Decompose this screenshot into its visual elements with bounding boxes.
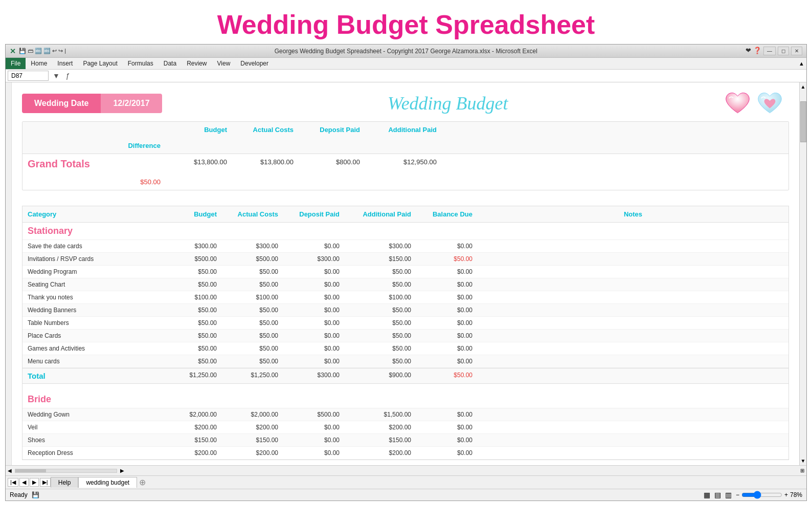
- item-additional: $50.00: [345, 317, 416, 329]
- tab-help[interactable]: Help: [51, 477, 79, 488]
- excel-window: ✕ 💾 🗃 🔤 🔤 ↩ ↪ | Georges Wedding Budget S…: [5, 44, 807, 501]
- item-additional: $50.00: [345, 278, 416, 291]
- status-left: Ready 💾: [10, 491, 39, 498]
- scroll-left-icon[interactable]: ◀: [6, 467, 14, 474]
- menu-view[interactable]: View: [212, 58, 236, 69]
- item-actual: $50.00: [222, 266, 283, 278]
- item-additional: $50.00: [345, 266, 416, 278]
- add-sheet-icon[interactable]: ⊕: [139, 477, 146, 487]
- item-budget: $50.00: [166, 342, 222, 355]
- item-actual: $50.00: [222, 304, 283, 316]
- item-additional: $300.00: [345, 240, 416, 252]
- scrollbar-thumb[interactable]: [800, 101, 806, 142]
- menu-file[interactable]: File: [6, 58, 26, 69]
- gt-header-budget: Budget: [166, 122, 232, 138]
- menu-review[interactable]: Review: [182, 58, 212, 69]
- item-balance: $0.00: [416, 434, 478, 446]
- function-icon[interactable]: ƒ: [64, 72, 72, 80]
- scroll-down-icon[interactable]: ▼: [799, 456, 807, 465]
- header-budget: Budget: [166, 206, 222, 222]
- item-notes: [478, 317, 788, 329]
- bride-section-header: Bride: [22, 391, 788, 408]
- stationary-total-actual: $1,250.00: [222, 368, 283, 383]
- table-row: Invitations / RSVP cards $500.00 $500.00…: [22, 253, 788, 266]
- menu-data[interactable]: Data: [159, 58, 182, 69]
- item-deposit: $0.00: [283, 291, 345, 303]
- zoom-fit-icon[interactable]: ⊞: [798, 467, 806, 474]
- title-bar-left: ✕ 💾 🗃 🔤 🔤 ↩ ↪ |: [10, 47, 66, 55]
- close-button[interactable]: ✕: [791, 47, 802, 55]
- table-row: Wedding Banners $50.00 $50.00 $0.00 $50.…: [22, 304, 788, 317]
- header-deposit-paid: Deposit Paid: [283, 206, 345, 222]
- item-deposit: $0.00: [283, 304, 345, 316]
- item-deposit: $300.00: [283, 253, 345, 265]
- restore-button[interactable]: ◻: [778, 47, 789, 55]
- tab-wedding-budget[interactable]: wedding budget: [78, 477, 137, 488]
- item-balance: $0.00: [416, 421, 478, 433]
- item-name: Seating Chart: [22, 278, 166, 291]
- tab-first-button[interactable]: |◀: [8, 478, 18, 487]
- table-row: Reception Dress $200.00 $200.00 $0.00 $2…: [22, 447, 788, 460]
- formula-input[interactable]: [74, 71, 804, 80]
- menu-insert[interactable]: Insert: [52, 58, 78, 69]
- table-row: Wedding Gown $2,000.00 $2,000.00 $500.00…: [22, 408, 788, 421]
- heart-icon-1: [724, 91, 752, 116]
- menu-page-layout[interactable]: Page Layout: [78, 58, 122, 69]
- item-deposit: $0.00: [283, 330, 345, 342]
- grand-totals-deposit: $800.00: [299, 154, 365, 174]
- scroll-right-icon[interactable]: ▶: [118, 467, 126, 474]
- formula-dropdown-icon[interactable]: ▼: [51, 72, 62, 80]
- ribbon-minimize-icon[interactable]: ▲: [799, 60, 804, 67]
- item-balance: $0.00: [416, 304, 478, 316]
- zoom-slider[interactable]: [741, 491, 782, 499]
- item-actual: $200.00: [222, 421, 283, 433]
- item-additional: $1,500.00: [345, 408, 416, 421]
- zoom-in-button[interactable]: +: [784, 491, 788, 498]
- item-additional: $150.00: [345, 434, 416, 446]
- wedding-date-label: Wedding Date: [22, 94, 101, 113]
- horizontal-scrollbar[interactable]: [15, 469, 117, 473]
- minimize-button[interactable]: —: [763, 47, 776, 55]
- tab-prev-button[interactable]: ◀: [19, 478, 29, 487]
- tab-next-button[interactable]: ▶: [30, 478, 39, 487]
- gt-header-difference: Difference: [22, 138, 166, 154]
- view-layout-icon[interactable]: ▤: [714, 491, 721, 499]
- stationary-total-additional: $900.00: [345, 368, 416, 383]
- table-row: Table Numbers $50.00 $50.00 $0.00 $50.00…: [22, 317, 788, 330]
- window-controls[interactable]: ❤ ❓ — ◻ ✕: [746, 47, 802, 55]
- item-notes: [478, 342, 788, 355]
- header-balance-due: Balance Due: [416, 206, 478, 222]
- view-normal-icon[interactable]: ▦: [704, 491, 710, 499]
- menu-developer[interactable]: Developer: [235, 58, 274, 69]
- item-actual: $2,000.00: [222, 408, 283, 421]
- item-deposit: $0.00: [283, 355, 345, 367]
- gt-header-actual: Actual Costs: [232, 122, 299, 138]
- item-notes: [478, 447, 788, 459]
- vertical-scrollbar[interactable]: ▲ ▼: [799, 82, 806, 465]
- item-actual: $50.00: [222, 342, 283, 355]
- zoom-out-button[interactable]: −: [736, 491, 739, 498]
- menu-formulas[interactable]: Formulas: [123, 58, 159, 69]
- stationary-total-notes: [478, 368, 788, 383]
- stationary-total-budget: $1,250.00: [166, 368, 222, 383]
- page-title: Wedding Budget Spreadsheet: [0, 0, 812, 44]
- table-row: Veil $200.00 $200.00 $0.00 $200.00 $0.00: [22, 421, 788, 434]
- item-name: Shoes: [22, 434, 166, 446]
- gt-header-additional: Additional Paid: [365, 122, 442, 138]
- menu-bar: File Home Insert Page Layout Formulas Da…: [6, 58, 806, 70]
- item-actual: $100.00: [222, 291, 283, 303]
- item-actual: $500.00: [222, 253, 283, 265]
- menu-home[interactable]: Home: [26, 58, 52, 69]
- header-category: Category: [22, 206, 166, 222]
- item-name: Place Cards: [22, 330, 166, 342]
- item-notes: [478, 253, 788, 265]
- item-name: Wedding Gown: [22, 408, 166, 421]
- view-page-break-icon[interactable]: ▥: [725, 491, 732, 499]
- tab-last-button[interactable]: ▶|: [40, 478, 51, 487]
- gt-header-deposit: Deposit Paid: [299, 122, 365, 138]
- scroll-up-icon[interactable]: ▲: [799, 82, 807, 91]
- horizontal-scrollbar-thumb[interactable]: [15, 469, 46, 472]
- help-icon[interactable]: ❤ ❓: [746, 47, 761, 55]
- item-notes: [478, 330, 788, 342]
- cell-reference[interactable]: [8, 71, 49, 81]
